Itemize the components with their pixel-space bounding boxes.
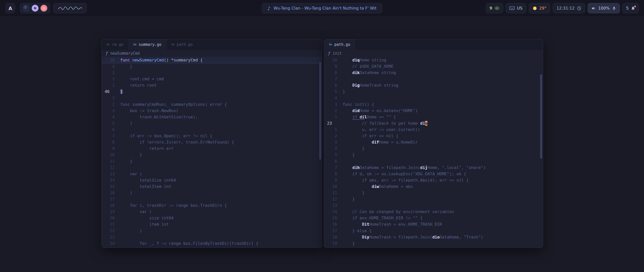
- code-text: [337, 95, 343, 101]
- line-number: 21: [102, 221, 115, 227]
- media-player-pill[interactable]: ♪ Wu-Tang Clan - Wu-Tang Clan Ain't Nuth…: [262, 3, 382, 13]
- volume-pill[interactable]: 100%: [588, 3, 620, 13]
- go-file-icon: Go: [329, 43, 332, 46]
- notifications-pill[interactable]: 5: [622, 3, 639, 13]
- code-text: [115, 95, 120, 101]
- code-area-left[interactable]: 26func newSummaryCmd() *summaryCmd {4 }3…: [102, 57, 322, 248]
- line-number: 2: [324, 133, 337, 139]
- line-number: 23: [324, 120, 337, 126]
- code-text: }: [337, 152, 355, 158]
- tab-rm.go[interactable]: Gorm.go: [102, 39, 128, 50]
- code-text: func summaryCmdRun(_ summaryOptions) err…: [115, 101, 227, 108]
- line-number: 14: [102, 177, 115, 183]
- code-text: }: [337, 240, 355, 247]
- browser-app-icon[interactable]: [23, 5, 30, 12]
- code-line: 14 // Can be changed by environment vari…: [324, 209, 543, 215]
- notification-count: 5: [626, 6, 629, 11]
- code-text: func newSummaryCmd() *summaryCmd {: [115, 57, 203, 63]
- line-number: 23: [102, 234, 115, 240]
- code-line: 1 if dilHome == "" {: [324, 114, 543, 120]
- line-number: 1: [102, 95, 115, 101]
- code-line: 16 DitHomeTrash = env.HOME_TRASH_DIR: [324, 221, 543, 227]
- code-line: 6: [324, 158, 543, 164]
- line-number: 8: [102, 139, 115, 145]
- code-line: 20}: [324, 247, 543, 248]
- notes-app-icon[interactable]: N: [32, 5, 38, 12]
- code-text: }: [337, 196, 355, 202]
- window-title-pill[interactable]: [53, 3, 87, 13]
- line-number: 10: [102, 152, 115, 158]
- eye-counter-pill[interactable]: 9: [486, 3, 503, 13]
- code-text: } else {: [337, 228, 372, 234]
- code-text: diwDataHome = abs: [337, 183, 413, 190]
- speaker-icon: [591, 6, 596, 11]
- code-text: [115, 196, 120, 202]
- code-text: var (: [115, 171, 142, 177]
- code-text: box := trash.NewBox(: [115, 108, 178, 114]
- scrollbar-right[interactable]: [540, 74, 542, 159]
- line-number: 25: [102, 247, 115, 248]
- code-line: 23: [102, 234, 322, 240]
- code-area-right[interactable]: 10 diqHome string9 // $XDG_DATA_HOME8 di…: [324, 57, 543, 248]
- line-number: 11: [102, 158, 115, 164]
- tab-label: summary.go: [139, 42, 161, 47]
- breadcrumb-label: newSummaryCmd: [110, 51, 140, 56]
- code-text: root.cmd = cmd: [115, 76, 164, 82]
- code-line: 4 }: [324, 145, 543, 152]
- line-number: 6: [102, 126, 115, 133]
- code-line: 46}: [102, 88, 322, 95]
- code-line: 2 didHome = os.Getenv("HOME"): [324, 108, 543, 114]
- tab-path.go[interactable]: Gopath.go: [167, 39, 198, 50]
- code-text: totalItem int: [115, 183, 171, 190]
- breadcrumb-left: ƒ newSummaryCmd: [102, 50, 322, 57]
- code-line: 2 root.cmd = cmd: [102, 76, 322, 82]
- line-number: 2: [102, 101, 115, 108]
- line-number: 10: [324, 57, 337, 63]
- code-line: 13: [324, 202, 543, 209]
- launcher-button[interactable]: A: [6, 3, 15, 13]
- line-number: 2: [102, 76, 115, 82]
- code-text: func init() {: [337, 101, 374, 108]
- code-line: 15 if env.HOME_TRASH_DIR != "" {: [324, 215, 543, 221]
- document-app-icon[interactable]: ☰: [41, 5, 47, 12]
- line-number: 14: [324, 209, 337, 215]
- line-number: 12: [324, 196, 337, 202]
- code-text: [115, 70, 120, 76]
- code-line: 4: [324, 95, 543, 101]
- code-text: if dilHome == "" {: [337, 114, 396, 120]
- line-number: 13: [324, 202, 337, 209]
- code-text: ): [115, 228, 142, 234]
- scrollbar-left[interactable]: [319, 62, 321, 160]
- code-text: [337, 76, 343, 82]
- line-number: 11: [324, 190, 337, 196]
- line-number: 19: [324, 240, 337, 247]
- code-line: 13 var (: [102, 171, 322, 177]
- code-line: 3func init() {: [324, 101, 543, 108]
- tab-path.go[interactable]: Gopath.go: [324, 39, 355, 50]
- code-text: item int: [115, 221, 169, 227]
- code-text: for i, trashDir := range box.TrashDirs {: [115, 202, 227, 209]
- code-text: [337, 202, 343, 209]
- code-line: 8 dikDataHome string: [324, 70, 543, 76]
- temperature-value: 29°: [539, 6, 546, 11]
- line-number: 10: [324, 183, 337, 190]
- weather-pill[interactable]: 29°: [529, 3, 550, 13]
- keyboard-layout-pill[interactable]: US: [506, 3, 526, 13]
- code-line: 8 if !errors.Is(err, trash.ErrNotFound) …: [102, 139, 322, 145]
- code-text: }: [115, 88, 123, 95]
- tab-summary.go[interactable]: Gosummary.go: [128, 39, 166, 50]
- code-text: [115, 164, 120, 171]
- line-number: 17: [324, 228, 337, 234]
- code-line: 7 if err := box.Open(); err != nil {: [102, 133, 322, 139]
- workspace-indicator: N ☰: [20, 3, 50, 13]
- go-file-icon: Go: [107, 43, 110, 46]
- code-text: dikDataHome string: [337, 70, 396, 76]
- clock-pill[interactable]: 12:31:12: [553, 3, 585, 13]
- code-text: return err: [115, 145, 174, 152]
- code-line: 15 totalItem int: [102, 183, 322, 190]
- code-line: 14 totalSize int64: [102, 177, 322, 183]
- code-line: 6: [102, 126, 322, 133]
- sun-icon: [533, 6, 537, 11]
- code-text: totalSize int64: [115, 177, 176, 183]
- code-text: u, err := user.Current(): [337, 126, 420, 133]
